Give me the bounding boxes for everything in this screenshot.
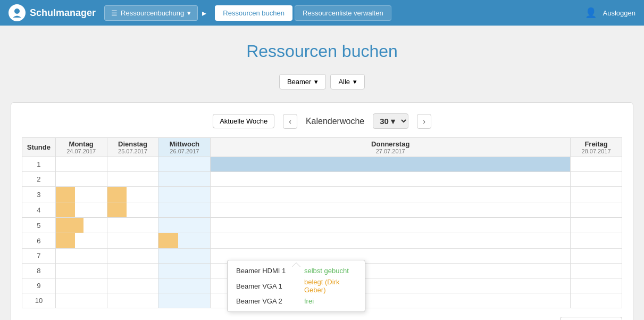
tooltip-row-1: Beamer HDMI 1 selbst gebucht <box>236 267 356 275</box>
next-week-button[interactable]: › <box>417 114 431 129</box>
brand-name: Schulmanager <box>30 7 96 19</box>
cell-fre-10[interactable] <box>571 293 622 308</box>
cell-don-4[interactable] <box>211 202 571 218</box>
hour-10: 10 <box>22 293 56 308</box>
th-mittwoch: Mittwoch 26.07.2017 <box>158 138 211 157</box>
cell-mit-2[interactable] <box>158 172 211 187</box>
cell-mon-3[interactable] <box>55 187 107 202</box>
cell-die-10[interactable] <box>107 293 158 308</box>
tooltip-item-status-2: belegt (Dirk Geber) <box>304 278 356 294</box>
menu-icon: ☰ <box>111 9 118 17</box>
cell-mon-8[interactable] <box>55 264 107 278</box>
cell-die-3[interactable] <box>107 187 158 202</box>
tooltip-item-name-1: Beamer HDMI 1 <box>236 267 300 275</box>
cell-mit-3[interactable] <box>158 187 211 202</box>
hour-9: 9 <box>22 278 56 293</box>
cell-mon-9[interactable] <box>55 278 107 293</box>
filter-beamer-arrow: ▾ <box>314 78 318 86</box>
tooltip-box: Beamer HDMI 1 selbst gebucht Beamer VGA … <box>227 260 365 312</box>
prev-week-button[interactable]: ‹ <box>283 114 297 129</box>
cell-mit-10[interactable] <box>158 293 211 308</box>
cell-don-6[interactable] <box>211 233 571 249</box>
table-row: 6 <box>22 233 622 249</box>
cell-die-7[interactable] <box>107 249 158 264</box>
navbar: Schulmanager ☰ Ressourcenbuchung ▾ ▸ Res… <box>0 0 644 26</box>
cell-die-5[interactable] <box>107 218 158 233</box>
cell-don-1[interactable] <box>211 157 571 172</box>
cell-mit-7[interactable] <box>158 249 211 264</box>
cell-don-3[interactable] <box>211 187 571 202</box>
table-row: 4 <box>22 202 622 218</box>
bottom-bar: Serienbuchung <box>22 317 622 320</box>
serial-booking-button[interactable]: Serienbuchung <box>560 317 622 320</box>
cell-don-2[interactable] <box>211 172 571 187</box>
cell-die-1[interactable] <box>107 157 158 172</box>
cell-fre-3[interactable] <box>571 187 622 202</box>
cell-mon-6[interactable] <box>55 233 107 249</box>
cell-mon-1[interactable] <box>55 157 107 172</box>
cell-die-6[interactable] <box>107 233 158 249</box>
cell-mon-4[interactable] <box>55 202 107 218</box>
kw-select[interactable]: 30 ▾ <box>373 113 408 129</box>
nav-tabs: Ressourcen buchen Ressourcenliste verwal… <box>215 5 391 21</box>
cell-fre-4[interactable] <box>571 202 622 218</box>
current-week-button[interactable]: Aktuelle Woche <box>213 114 274 128</box>
user-icon: 👤 <box>585 7 597 19</box>
tooltip-item-name-3: Beamer VGA 2 <box>236 297 300 305</box>
hour-1: 1 <box>22 157 56 172</box>
cell-mit-8[interactable] <box>158 264 211 278</box>
svg-point-0 <box>14 9 20 14</box>
hour-7: 7 <box>22 249 56 264</box>
cell-fre-8[interactable] <box>571 264 622 278</box>
ressourcenbuchung-dropdown[interactable]: ☰ Ressourcenbuchung ▾ <box>104 5 198 21</box>
hour-5: 5 <box>22 218 56 233</box>
page-title: Ressourcen buchen <box>11 42 633 61</box>
brand[interactable]: Schulmanager <box>9 4 96 21</box>
table-row: 1 <box>22 157 622 172</box>
filter-alle[interactable]: Alle ▾ <box>330 74 365 89</box>
cell-mon-5[interactable] <box>55 218 107 233</box>
main-content: Ressourcen buchen Beamer ▾ Alle ▾ Aktuel… <box>0 26 644 320</box>
th-stunde: Stunde <box>22 138 56 157</box>
cell-fre-7[interactable] <box>571 249 622 264</box>
cell-mit-4[interactable] <box>158 202 211 218</box>
logout-button[interactable]: Ausloggen <box>603 9 635 17</box>
cell-fre-5[interactable] <box>571 218 622 233</box>
tooltip-item-status-3: frei <box>304 297 314 305</box>
cell-mon-7[interactable] <box>55 249 107 264</box>
filter-bar: Beamer ▾ Alle ▾ <box>11 74 633 89</box>
kw-label: Kalenderwoche <box>306 117 364 126</box>
table-row: 5 <box>22 218 622 233</box>
cell-fre-6[interactable] <box>571 233 622 249</box>
th-donnerstag: Donnerstag 27.07.2017 <box>211 138 571 157</box>
filter-beamer[interactable]: Beamer ▾ <box>279 74 327 89</box>
cell-mit-1[interactable] <box>158 157 211 172</box>
th-montag: Montag 24.07.2017 <box>55 138 107 157</box>
hour-8: 8 <box>22 264 56 278</box>
cell-die-2[interactable] <box>107 172 158 187</box>
table-row: 2 <box>22 172 622 187</box>
dropdown-arrow-icon: ▾ <box>187 9 191 17</box>
cell-fre-9[interactable] <box>571 278 622 293</box>
hour-2: 2 <box>22 172 56 187</box>
tab-ressourcen-buchen[interactable]: Ressourcen buchen <box>215 5 292 21</box>
user-area: 👤 Ausloggen <box>585 7 635 19</box>
cell-mon-10[interactable] <box>55 293 107 308</box>
tab-ressourcenliste-verwalten[interactable]: Ressourcenliste verwalten <box>295 5 391 21</box>
cell-die-9[interactable] <box>107 278 158 293</box>
cell-mon-2[interactable] <box>55 172 107 187</box>
cell-mit-6[interactable] <box>158 233 211 249</box>
filter-beamer-label: Beamer <box>287 78 312 86</box>
breadcrumb-arrow: ▸ <box>202 8 206 18</box>
cell-mit-5[interactable] <box>158 218 211 233</box>
cell-fre-2[interactable] <box>571 172 622 187</box>
cell-fre-1[interactable] <box>571 157 622 172</box>
cell-die-8[interactable] <box>107 264 158 278</box>
cell-don-5[interactable] <box>211 218 571 233</box>
calendar-wrapper: Stunde Montag 24.07.2017 Dienstag 25.07.… <box>22 137 622 308</box>
cell-mit-9[interactable] <box>158 278 211 293</box>
cell-die-4[interactable] <box>107 202 158 218</box>
th-dienstag: Dienstag 25.07.2017 <box>107 138 158 157</box>
tooltip-row-3: Beamer VGA 2 frei <box>236 297 356 305</box>
hour-4: 4 <box>22 202 56 218</box>
